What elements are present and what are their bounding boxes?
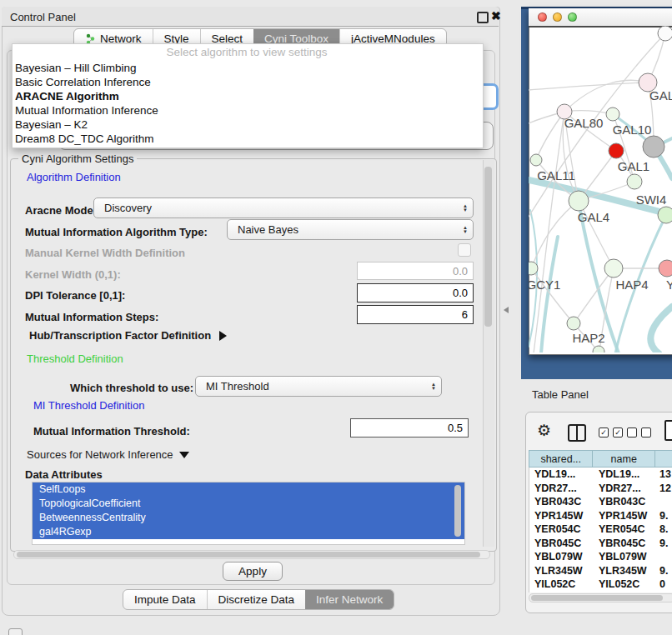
expand-arrow-icon[interactable] — [219, 331, 227, 341]
network-node-gal11[interactable] — [530, 154, 542, 166]
split-columns-icon[interactable] — [568, 424, 586, 442]
checked-box-icon: ✓ — [599, 428, 609, 438]
mi-steps-label: Mutual Information Steps: — [25, 311, 158, 323]
minimize-traffic-light-icon[interactable] — [553, 12, 562, 22]
cell-shared-name: YPR145W — [529, 510, 594, 522]
deselect-all-checkboxes-icon[interactable] — [627, 428, 651, 438]
select-all-checkboxes-icon[interactable]: ✓ ✓ — [599, 428, 623, 438]
cell-name: YPR145W — [594, 510, 656, 522]
kernel-width-label: Kernel Width (0,1): — [25, 268, 121, 281]
settings-hscrollbar-thumb[interactable] — [17, 552, 480, 558]
export-table-icon[interactable] — [664, 420, 672, 441]
node-label: GAL80 — [564, 116, 604, 130]
mi-threshold-input[interactable] — [350, 418, 469, 438]
data-attributes-label: Data Attributes — [25, 468, 103, 481]
close-icon[interactable]: ✖ — [491, 9, 501, 22]
tab-infer-network[interactable]: Infer Network — [305, 590, 394, 609]
dropdown-item-dream8-dc-tdc-algorithm[interactable]: Dream8 DC_TDC Algorithm — [15, 132, 479, 146]
dropdown-item-bayesian-k2[interactable]: Bayesian – K2 — [15, 118, 479, 132]
network-node[interactable] — [609, 143, 624, 158]
mi-threshold-label: Mutual Information Threshold: — [33, 425, 190, 438]
hub-definition-label: Hub/Transcription Factor Definition — [29, 329, 211, 342]
dropdown-item-bayesian-hill-climbing[interactable]: Bayesian – Hill Climbing — [15, 61, 479, 75]
table-row[interactable]: YBR043CYBR043C — [529, 495, 672, 509]
table-hscrollbar-thumb[interactable] — [531, 595, 663, 601]
network-node-hap4[interactable] — [604, 259, 623, 278]
cell-shared-name: YDL19... — [529, 468, 594, 480]
attribute-item-topologicalcoefficient[interactable]: TopologicalCoefficient — [33, 497, 464, 511]
apply-button[interactable]: Apply — [223, 562, 283, 581]
column-header-shared[interactable]: shared... — [529, 450, 593, 468]
table-body: YDL19...YDL19...13YDR27...YDR27...12YBR0… — [529, 468, 672, 592]
network-canvas[interactable]: GALGAL80GAL10GAL1GAL11GAL4SWI4GCY1HAP4YH… — [529, 26, 672, 352]
network-node-gal10[interactable] — [606, 108, 619, 121]
dropdown-item-basic-correlation-inference[interactable]: Basic Correlation Inference — [15, 75, 479, 89]
aracne-mode-label: Aracne Mode: — [25, 204, 97, 217]
minimized-panel-icon[interactable] — [8, 628, 23, 635]
gear-icon[interactable]: ⚙ — [537, 421, 551, 440]
cell-value: 13 — [656, 468, 672, 480]
attributes-scrollbar-thumb[interactable] — [454, 485, 461, 537]
node-label: GAL11 — [537, 168, 575, 182]
network-node-gal1[interactable] — [627, 174, 642, 189]
aracne-mode-select[interactable]: Discovery ▲▼ — [93, 198, 474, 218]
settings-group-title: Cyni Algorithm Settings — [18, 152, 137, 165]
network-node-swi4[interactable] — [658, 207, 672, 223]
network-node-y[interactable] — [659, 260, 672, 277]
node-label: GAL10 — [613, 122, 652, 137]
attribute-item-betweennesscentrality[interactable]: BetweennessCentrality — [33, 511, 464, 525]
cell-value: 8. — [656, 523, 672, 535]
table-row[interactable]: YBR045CYBR045C9. — [529, 537, 672, 551]
node-label: GAL1 — [618, 159, 649, 173]
float-window-icon[interactable] — [477, 12, 489, 23]
sources-group-title-row[interactable]: Sources for Network Inference — [23, 448, 193, 461]
cell-shared-name: YLR345W — [529, 565, 594, 577]
network-node-gal4[interactable] — [569, 191, 589, 211]
attribute-item-gal4rgexp[interactable]: gal4RGexp — [33, 525, 464, 539]
which-threshold-select[interactable]: MI Threshold ▲▼ — [195, 376, 442, 397]
kernel-width-input[interactable] — [357, 262, 474, 280]
table-row[interactable]: YPR145WYPR145W9. — [529, 509, 672, 523]
tab-impute-data[interactable]: Impute Data — [123, 590, 207, 609]
which-threshold-label: Which threshold to use: — [70, 382, 193, 394]
network-node[interactable] — [658, 26, 672, 41]
splitter-collapse-icon[interactable] — [504, 307, 509, 313]
settings-scrollbar-thumb[interactable] — [484, 167, 492, 327]
dropdown-item-mutual-information-inference[interactable]: Mutual Information Inference — [15, 103, 479, 118]
dropdown-item-aracne-algorithm[interactable]: ARACNE Algorithm — [15, 89, 479, 103]
data-attributes-list[interactable]: SelfLoopsTopologicalCoefficientBetweenne… — [32, 482, 465, 545]
table-row[interactable]: YDR27...YDR27...12 — [529, 482, 672, 496]
cell-shared-name: YIL052C — [529, 578, 594, 590]
attribute-item-selfloops[interactable]: SelfLoops — [33, 482, 464, 497]
manual-kernel-width-checkbox[interactable] — [458, 243, 471, 257]
table-row[interactable]: YBL079WYBL079W — [529, 550, 672, 564]
node-label: SWI4 — [636, 192, 667, 207]
hub-definition-section[interactable]: Hub/Transcription Factor Definition — [29, 329, 227, 342]
network-node[interactable] — [643, 136, 664, 158]
collapse-arrow-icon[interactable] — [179, 452, 189, 458]
dpi-tolerance-input[interactable] — [357, 283, 474, 302]
aracne-mode-value: Discovery — [104, 202, 458, 214]
table-row[interactable]: YER054CYER054C8. — [529, 522, 672, 537]
cell-name: YER054C — [594, 523, 656, 535]
close-traffic-light-icon[interactable] — [538, 12, 547, 22]
column-header-name[interactable]: name — [593, 450, 655, 468]
tab-label: Impute Data — [134, 593, 196, 606]
network-window-titlebar[interactable] — [529, 8, 672, 28]
mi-steps-input[interactable] — [357, 305, 474, 324]
cell-name: YIL052C — [594, 578, 656, 590]
zoom-traffic-light-icon[interactable] — [568, 12, 577, 22]
table-row[interactable]: YLR345WYLR345W9. — [529, 564, 672, 578]
tab-discretize-data[interactable]: Discretize Data — [207, 590, 306, 609]
network-node-hap2[interactable] — [567, 317, 580, 330]
network-node-gcy1[interactable] — [529, 262, 538, 275]
table-row[interactable]: YDL19...YDL19...13 — [529, 468, 672, 482]
table-row[interactable]: YIL052CYIL052C0 — [529, 578, 672, 592]
network-edge — [529, 82, 648, 90]
column-header-extra[interactable] — [655, 450, 672, 468]
mi-algorithm-type-select[interactable]: Naive Bayes ▲▼ — [227, 219, 474, 240]
node-label: HAP4 — [615, 278, 648, 292]
which-threshold-value: MI Threshold — [206, 380, 426, 392]
cell-value: 12 — [656, 482, 672, 494]
algorithm-definition-title: Algorithm Definition — [23, 171, 124, 183]
